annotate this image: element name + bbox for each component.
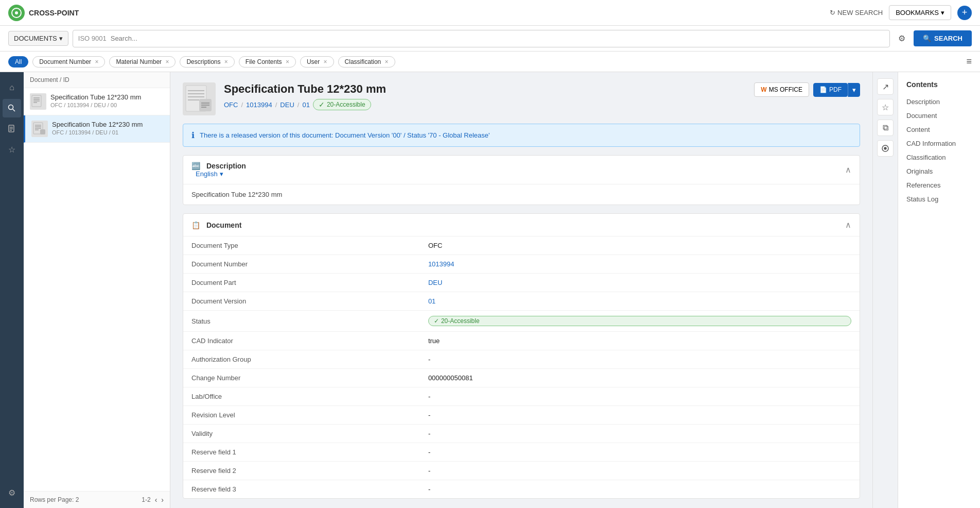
doc-field-row-3: Document Version01 bbox=[183, 292, 860, 311]
doc-field-value-5: true bbox=[420, 332, 860, 350]
result-info-0: Specification Tube 12*230 mm OFC / 10139… bbox=[50, 93, 164, 108]
main-area: ⌂ ☆ ⚙ Document / ID bbox=[0, 72, 980, 508]
results-footer: Rows per Page: 2 1-2 ‹ › bbox=[24, 491, 170, 508]
result-item-0[interactable]: Specification Tube 12*230 mm OFC / 10139… bbox=[24, 88, 170, 115]
right-actions: ↗ ☆ ⧉ bbox=[872, 72, 898, 508]
page-nav: 1-2 ‹ › bbox=[142, 496, 164, 504]
description-icon: 🔤 bbox=[191, 162, 200, 170]
contents-item-classification[interactable]: Classification bbox=[898, 150, 980, 164]
doc-field-row-8: Lab/Office- bbox=[183, 387, 860, 406]
chip-document-number[interactable]: Document Number × bbox=[32, 56, 105, 67]
svg-point-1 bbox=[15, 11, 18, 14]
new-search-button[interactable]: ↻ NEW SEARCH bbox=[830, 9, 883, 16]
right-sidebar: ↗ ☆ ⧉ Contents Description Document Cont… bbox=[872, 72, 980, 508]
contents-item-originals[interactable]: Originals bbox=[898, 164, 980, 178]
doc-field-value-0: OFC bbox=[420, 236, 860, 255]
bookmarks-button[interactable]: BOOKMARKS ▾ bbox=[889, 5, 951, 20]
search-input[interactable] bbox=[111, 35, 884, 42]
chip-file-contents[interactable]: File Contents × bbox=[239, 56, 296, 67]
doc-field-row-10: Validity- bbox=[183, 425, 860, 443]
open-external-icon-button[interactable]: ⧉ bbox=[877, 120, 894, 136]
chevron-down-icon: ▾ bbox=[941, 9, 944, 16]
description-section: 🔤 Description English ▾ ∧ Specification … bbox=[183, 155, 860, 205]
doc-field-label-9: Revision Level bbox=[183, 406, 420, 425]
ms-office-button[interactable]: W MS OFFICE bbox=[754, 82, 809, 97]
result-sub-0: OFC / 1013994 / DEU / 00 bbox=[50, 102, 164, 108]
pdf-btn-group: 📄 PDF ▾ bbox=[813, 83, 860, 97]
doc-field-row-1: Document Number1013994 bbox=[183, 255, 860, 274]
results-header: Document / ID bbox=[24, 72, 170, 88]
result-item-1[interactable]: Specification Tube 12*230 mm OFC / 10139… bbox=[24, 115, 170, 143]
app-title: CROSS-POINT bbox=[29, 9, 79, 17]
result-title-1: Specification Tube 12*230 mm bbox=[52, 121, 164, 128]
contents-item-references[interactable]: References bbox=[898, 178, 980, 192]
doc-field-value-7: 000000050081 bbox=[420, 369, 860, 387]
doc-field-row-6: Authorization Group- bbox=[183, 350, 860, 369]
language-selector[interactable]: English ▾ bbox=[196, 170, 223, 178]
documents-dropdown[interactable]: DOCUMENTS ▾ bbox=[8, 31, 68, 46]
status-badge: ✓ 20-Accessible bbox=[313, 99, 371, 110]
doc-field-label-6: Authorization Group bbox=[183, 350, 420, 369]
add-button[interactable]: + bbox=[957, 6, 972, 20]
doc-thumbnail bbox=[183, 82, 216, 115]
document-collapse-button[interactable]: ∧ bbox=[845, 220, 851, 230]
description-collapse-button[interactable]: ∧ bbox=[845, 165, 851, 175]
doc-field-row-7: Change Number000000050081 bbox=[183, 369, 860, 387]
logo-area: CROSS-POINT bbox=[8, 5, 824, 21]
svg-point-2 bbox=[9, 105, 13, 110]
doc-field-value-2[interactable]: DEU bbox=[420, 274, 860, 292]
document-icon: 📋 bbox=[191, 221, 200, 229]
document-section-header: 📋 Document ∧ bbox=[183, 214, 860, 236]
filter-circle-icon-button[interactable] bbox=[877, 140, 894, 157]
share-icon-button[interactable]: ↗ bbox=[877, 78, 894, 95]
doc-field-row-13: Reserve field 3- bbox=[183, 480, 860, 499]
sidebar-search-icon[interactable] bbox=[3, 99, 21, 117]
doc-header: Specification Tube 12*230 mm OFC / 10139… bbox=[183, 82, 860, 115]
sidebar-document-icon[interactable] bbox=[3, 120, 21, 138]
bookmark-icon-button[interactable]: ☆ bbox=[877, 99, 894, 115]
detail-and-contents: Specification Tube 12*230 mm OFC / 10139… bbox=[170, 72, 980, 508]
pdf-dropdown-button[interactable]: ▾ bbox=[848, 83, 860, 97]
contents-item-content[interactable]: Content bbox=[898, 123, 980, 137]
refresh-icon: ↻ bbox=[830, 9, 835, 16]
doc-field-row-0: Document TypeOFC bbox=[183, 236, 860, 255]
description-section-title: 🔤 Description English ▾ bbox=[191, 162, 246, 178]
search-icon: 🔍 bbox=[923, 35, 931, 42]
sidebar-star-icon[interactable]: ☆ bbox=[3, 140, 21, 159]
description-text: Specification Tube 12*230 mm bbox=[183, 184, 860, 205]
contents-item-cad-information[interactable]: CAD Information bbox=[898, 137, 980, 150]
description-section-header: 🔤 Description English ▾ ∧ bbox=[183, 156, 860, 184]
contents-title: Contents bbox=[898, 80, 980, 95]
chip-classification[interactable]: Classification × bbox=[338, 56, 395, 67]
sidebar-home-icon[interactable]: ⌂ bbox=[3, 78, 21, 97]
doc-field-value-1[interactable]: 1013994 bbox=[420, 255, 860, 274]
contents-item-status-log[interactable]: Status Log bbox=[898, 192, 980, 206]
svg-rect-18 bbox=[40, 129, 45, 134]
doc-field-value-11: - bbox=[420, 443, 860, 462]
doc-title-area: Specification Tube 12*230 mm OFC / 10139… bbox=[224, 82, 754, 110]
chips-menu-icon[interactable]: ≡ bbox=[966, 56, 972, 67]
result-thumb-0 bbox=[30, 93, 46, 110]
search-button[interactable]: 🔍 SEARCH bbox=[914, 30, 972, 46]
search-input-wrap: ISO 9001 bbox=[73, 30, 890, 47]
doc-field-row-9: Revision Level- bbox=[183, 406, 860, 425]
result-thumb-1 bbox=[31, 121, 48, 137]
chip-descriptions[interactable]: Descriptions × bbox=[180, 56, 234, 67]
filter-icon-button[interactable]: ⚙ bbox=[894, 31, 909, 45]
doc-field-value-6: - bbox=[420, 350, 860, 369]
status-badge-inline: ✓ 20-Accessible bbox=[428, 316, 851, 326]
contents-item-document[interactable]: Document bbox=[898, 109, 980, 123]
chip-user[interactable]: User × bbox=[300, 56, 334, 67]
prev-page-button[interactable]: ‹ bbox=[155, 496, 157, 504]
chevron-down-icon: ▾ bbox=[220, 170, 223, 178]
chip-all[interactable]: All bbox=[8, 56, 28, 67]
contents-item-description[interactable]: Description bbox=[898, 95, 980, 109]
chip-material-number[interactable]: Material Number × bbox=[109, 56, 176, 67]
detail-main: Specification Tube 12*230 mm OFC / 10139… bbox=[170, 72, 872, 508]
breadcrumb-part2: 1013994 bbox=[246, 101, 272, 109]
next-page-button[interactable]: › bbox=[161, 496, 164, 504]
sidebar-settings-icon[interactable]: ⚙ bbox=[3, 483, 21, 502]
document-section: 📋 Document ∧ Document TypeOFCDocument Nu… bbox=[183, 213, 860, 499]
pdf-button[interactable]: 📄 PDF bbox=[813, 83, 848, 97]
doc-field-value-3[interactable]: 01 bbox=[420, 292, 860, 311]
